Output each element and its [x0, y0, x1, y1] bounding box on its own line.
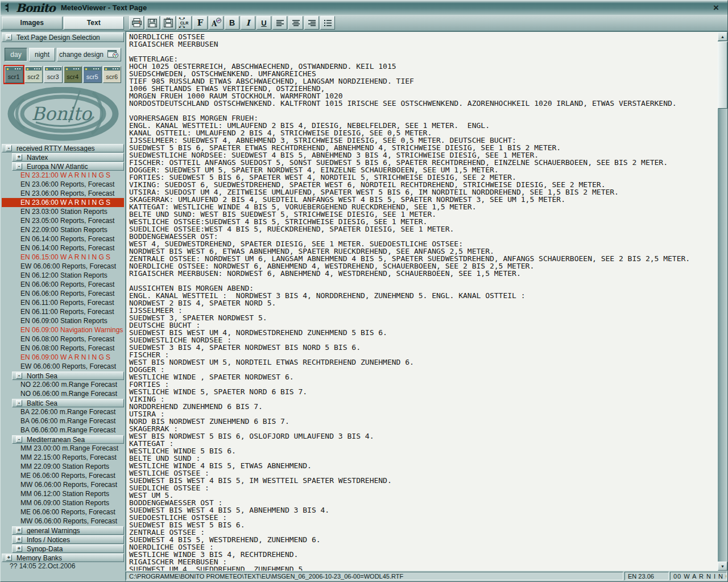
- message-item[interactable]: BA 06.06:00 m.Range Forecast: [2, 426, 124, 435]
- message-item[interactable]: MM 06.12:00 Station Reports: [2, 489, 124, 498]
- message-item[interactable]: EN 06.09:00 W A R N I N G S: [2, 353, 124, 362]
- save-rtf-button[interactable]: RS: [161, 16, 176, 30]
- message-item[interactable]: NO 06.06:00 m.Range Forecast: [2, 389, 124, 398]
- tree-header-label: Baltic Sea: [27, 399, 57, 407]
- align-right-button[interactable]: [304, 16, 319, 30]
- message-item[interactable]: EN 06.06:00 Reports, Forecast: [2, 280, 124, 289]
- print-button[interactable]: [129, 16, 144, 30]
- bold-button[interactable]: B: [225, 16, 239, 30]
- clear-button[interactable]: ↖↗↙↘CLR: [177, 16, 192, 30]
- message-item[interactable]: EN 06.14:00 Reports, Forecast: [2, 234, 124, 243]
- screen-button-scr2[interactable]: scr2: [24, 66, 43, 83]
- expand-icon[interactable]: +: [6, 555, 12, 561]
- message-text[interactable]: NOERDLICHE OSTSEE RIGAISCHER MEERBUSEN W…: [126, 32, 727, 571]
- message-item[interactable]: EN 06.08:00 Reports, Forecast: [2, 344, 124, 353]
- day-button[interactable]: day: [5, 48, 27, 61]
- message-item[interactable]: EN 06.15:00 W A R N I N G S: [2, 253, 124, 262]
- bullet-list-button[interactable]: [320, 16, 335, 30]
- main-column: NOERDLICHE OSTSEE RIGAISCHER MEERBUSEN W…: [126, 31, 727, 581]
- screen-button-scr4[interactable]: scr4: [64, 66, 82, 83]
- expand-icon[interactable]: +: [16, 527, 22, 534]
- message-item[interactable]: EN 06.12:00 Station Reports: [2, 271, 124, 280]
- message-item[interactable]: EN 06.11:00 Reports, Forecast: [2, 307, 124, 316]
- message-item[interactable]: ME 06.06:00 Reports, Forecast: [2, 471, 124, 480]
- tab-text[interactable]: Text: [64, 16, 125, 30]
- message-item[interactable]: EN 23.06:00 Reports, Forecast: [2, 180, 124, 189]
- message-item[interactable]: MM 23.00:00 m.Range Forecast: [2, 444, 124, 453]
- tree-header-general-warnings[interactable]: +general Warnings: [12, 526, 124, 535]
- screen-button-scr6[interactable]: scr6: [103, 66, 122, 83]
- bold-icon: B: [229, 18, 235, 27]
- message-item[interactable]: EN 06.14:00 Reports, Forecast: [2, 243, 124, 253]
- message-item[interactable]: MW 06.06:00 Reports, Forecast: [2, 480, 124, 489]
- close-button[interactable]: ×: [710, 3, 722, 13]
- screen-button-scr3[interactable]: scr3: [44, 66, 63, 83]
- rtty-tree: -received RTTY Messages+Navtex-Europa N/…: [2, 142, 124, 562]
- message-item[interactable]: EN 23.06:00 Reports, Forecast: [2, 189, 124, 198]
- message-item[interactable]: MM 22.15:00 Reports, Forecast: [2, 453, 124, 462]
- expand-icon[interactable]: +: [16, 546, 22, 552]
- message-item[interactable]: EN 06.11:00 Reports, Forecast: [2, 298, 124, 307]
- design-panel-header[interactable]: - Text Page Design Selection: [2, 32, 124, 42]
- tree-header-baltic-sea[interactable]: -Baltic Sea: [12, 399, 124, 407]
- underline-icon: U: [261, 19, 266, 27]
- message-item[interactable]: EN 06.09:00 Station Reports: [2, 316, 124, 325]
- title-bar: Bonito MeteoViewer - Text Page ×: [1, 1, 727, 15]
- message-item[interactable]: EN 23.06:00 W A R N I N G S: [2, 198, 124, 207]
- night-button[interactable]: night: [29, 48, 55, 61]
- message-item[interactable]: EN 06.08:00 Reports, Forecast: [2, 335, 124, 344]
- tree-header-synop-data[interactable]: +Synop-Data: [12, 544, 124, 553]
- underline-button[interactable]: U: [257, 16, 271, 30]
- scrollbar-thumb[interactable]: [718, 42, 727, 109]
- collapse-icon[interactable]: -: [16, 373, 22, 379]
- scroll-up-icon[interactable]: ▲: [718, 32, 727, 41]
- screen-button-scr5[interactable]: scr5: [83, 66, 102, 83]
- tree-header-mediterranean-sea[interactable]: -Mediterranean Sea: [12, 435, 124, 444]
- message-item[interactable]: EN 06.06:00 Reports, Forecast: [2, 289, 124, 298]
- message-item[interactable]: EW 06.06:00 Reports, Forecast: [2, 262, 124, 271]
- collapse-icon[interactable]: -: [6, 145, 12, 151]
- mini-titlebar: [45, 67, 61, 71]
- tool-row: Images Text RS↖↗↙↘CLRFABIU: [1, 15, 727, 31]
- font-color-button[interactable]: A: [209, 16, 224, 30]
- message-item[interactable]: MM 06.09:00 Station Reports: [2, 498, 124, 507]
- italic-button[interactable]: I: [241, 16, 255, 30]
- tab-images[interactable]: Images: [2, 16, 63, 30]
- collapse-icon[interactable]: -: [16, 163, 22, 170]
- message-item[interactable]: NO 22.06:00 m.Range Forecast: [2, 380, 124, 389]
- expand-icon[interactable]: +: [16, 536, 22, 543]
- message-item[interactable]: EN 06.09:00 Navigation Warnings: [2, 325, 124, 335]
- align-center-button[interactable]: [288, 16, 303, 30]
- message-item[interactable]: BA 06.06:00 m.Range Forecast: [2, 416, 124, 426]
- change-design-button[interactable]: change design: [57, 48, 121, 61]
- message-item[interactable]: MW 06.06:00 Reports, Forecast: [2, 517, 124, 526]
- message-item[interactable]: ME 06.06:00 Reports, Forecast: [2, 507, 124, 517]
- tree-header-label: general Warnings: [27, 526, 80, 535]
- message-item[interactable]: EN 22.09:00 Station Reports: [2, 225, 124, 234]
- mini-titlebar: [26, 67, 42, 71]
- expand-icon[interactable]: +: [16, 154, 22, 160]
- screen-button-scr1[interactable]: scr1: [5, 66, 23, 83]
- message-item[interactable]: EN 23.05:00 Reports, Forecast: [2, 216, 124, 225]
- message-item[interactable]: EW 06.06:00 Reports, Forecast: [2, 362, 124, 371]
- collapse-icon[interactable]: -: [6, 34, 12, 40]
- tree-header-memory-banks[interactable]: +Memory Banks: [2, 554, 124, 562]
- font-button[interactable]: F: [193, 16, 208, 30]
- message-item[interactable]: MM 22.09:00 Station Reports: [2, 462, 124, 471]
- scroll-down-icon[interactable]: ▼: [718, 562, 727, 571]
- collapse-icon[interactable]: -: [16, 436, 22, 443]
- message-item[interactable]: EN 23.21:00 W A R N I N G S: [2, 171, 124, 180]
- message-item[interactable]: BA 22.06:00 m.Range Forecast: [2, 407, 124, 416]
- tree-header-north-sea[interactable]: -North Sea: [12, 372, 124, 380]
- save-button[interactable]: [145, 16, 160, 30]
- scrollbar-track[interactable]: [718, 109, 727, 562]
- tree-header-received-rtty-messages[interactable]: -received RTTY Messages: [2, 144, 124, 152]
- tree-header-navtex[interactable]: +Navtex: [12, 153, 124, 162]
- tree-header-infos-notices[interactable]: +Infos / Notices: [12, 535, 124, 544]
- font-color-icon: A: [212, 20, 217, 28]
- view-tabs: Images Text: [1, 16, 125, 30]
- align-left-button[interactable]: [272, 16, 287, 30]
- collapse-icon[interactable]: -: [16, 400, 22, 406]
- message-item[interactable]: EN 23.03:00 Station Reports: [2, 207, 124, 216]
- tree-header-europa-n-w-atlantic[interactable]: -Europa N/W Atlantic: [12, 162, 124, 171]
